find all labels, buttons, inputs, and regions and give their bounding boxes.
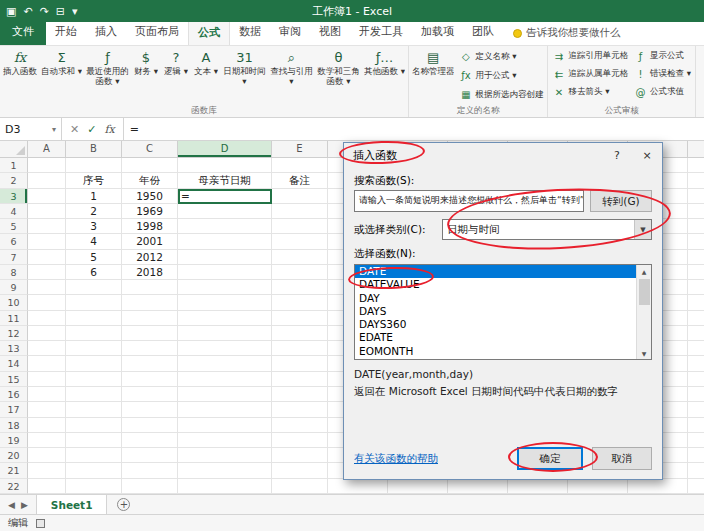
- ribbon-button-财务[interactable]: $财务 ▾: [131, 47, 161, 104]
- cell-B20[interactable]: [66, 448, 122, 463]
- cell-A18[interactable]: [28, 418, 66, 433]
- column-header-L[interactable]: L: [688, 141, 704, 157]
- cell-B6[interactable]: 4: [66, 234, 122, 249]
- cell-E14[interactable]: [272, 356, 328, 371]
- ribbon-button-逻辑[interactable]: ?逻辑 ▾: [161, 47, 191, 104]
- cell-E10[interactable]: [272, 295, 328, 310]
- function-item-EOMONTH[interactable]: EOMONTH: [355, 345, 636, 358]
- cell-E6[interactable]: [272, 234, 328, 249]
- ribbon-button-最近使用的函数[interactable]: ƒ最近使用的函数 ▾: [84, 47, 131, 104]
- name-box-dropdown-icon[interactable]: ▾: [52, 125, 56, 134]
- cell-L11[interactable]: [688, 311, 704, 326]
- ribbon-button-错误检查[interactable]: !错误检查 ▾: [631, 65, 694, 83]
- tab-加载项[interactable]: 加载项: [412, 20, 463, 45]
- scroll-down-icon[interactable]: ▼: [642, 347, 647, 359]
- cell-C9[interactable]: [122, 280, 178, 295]
- scroll-thumb[interactable]: [639, 279, 650, 305]
- cell-B22[interactable]: [66, 479, 122, 494]
- cell-A6[interactable]: [28, 234, 66, 249]
- cell-D15[interactable]: [178, 372, 272, 387]
- tab-数据[interactable]: 数据: [230, 20, 270, 45]
- ribbon-button-数学和三角函数[interactable]: θ数学和三角函数 ▾: [315, 47, 362, 104]
- column-header-D[interactable]: D: [178, 141, 272, 157]
- cell-D22[interactable]: [178, 479, 272, 494]
- cell-E12[interactable]: [272, 326, 328, 341]
- column-header-B[interactable]: B: [66, 141, 122, 157]
- sheet-nav-left-icon[interactable]: ◀: [8, 500, 15, 510]
- cell-B9[interactable]: [66, 280, 122, 295]
- cell-A22[interactable]: [28, 479, 66, 494]
- cell-B3[interactable]: 1: [66, 189, 122, 204]
- cell-C21[interactable]: [122, 463, 178, 478]
- cancel-entry-icon[interactable]: ✕: [70, 123, 79, 136]
- cell-L19[interactable]: [688, 433, 704, 448]
- ribbon-button-其他函数[interactable]: ƒ…其他函数 ▾: [362, 47, 407, 104]
- row-header-12[interactable]: 12: [0, 326, 28, 341]
- cell-B10[interactable]: [66, 295, 122, 310]
- row-header-10[interactable]: 10: [0, 295, 28, 310]
- cell-E16[interactable]: [272, 387, 328, 402]
- ribbon-button-自动求和[interactable]: Σ自动求和 ▾: [39, 47, 84, 104]
- tab-开始[interactable]: 开始: [46, 20, 86, 45]
- cell-A12[interactable]: [28, 326, 66, 341]
- row-header-19[interactable]: 19: [0, 433, 28, 448]
- cell-L4[interactable]: [688, 204, 704, 219]
- cell-L21[interactable]: [688, 463, 704, 478]
- cell-D19[interactable]: [178, 433, 272, 448]
- function-item-DATE[interactable]: DATE: [355, 265, 636, 278]
- ribbon-button-显示公式[interactable]: ƒ显示公式: [631, 47, 694, 65]
- row-header-16[interactable]: 16: [0, 387, 28, 402]
- go-button[interactable]: 转到(G): [590, 190, 652, 212]
- row-header-21[interactable]: 21: [0, 463, 28, 478]
- cell-E2[interactable]: 备注: [272, 173, 328, 188]
- cell-E9[interactable]: [272, 280, 328, 295]
- cell-A9[interactable]: [28, 280, 66, 295]
- cell-A17[interactable]: [28, 402, 66, 417]
- ok-button[interactable]: 确定: [517, 447, 583, 470]
- cell-B13[interactable]: [66, 341, 122, 356]
- confirm-entry-icon[interactable]: ✓: [87, 123, 96, 136]
- select-all-corner[interactable]: [0, 141, 28, 157]
- dialog-close-button[interactable]: ×: [632, 143, 662, 167]
- cell-C18[interactable]: [122, 418, 178, 433]
- cell-C20[interactable]: [122, 448, 178, 463]
- customize-qat-icon[interactable]: ▾: [72, 5, 78, 18]
- sheet-tab-Sheet1[interactable]: Sheet1: [36, 495, 108, 514]
- cell-L3[interactable]: [688, 189, 704, 204]
- ribbon-button-定义名称[interactable]: ◇定义名称 ▾: [456, 48, 546, 66]
- cell-B12[interactable]: [66, 326, 122, 341]
- cell-B4[interactable]: 2: [66, 204, 122, 219]
- cell-D21[interactable]: [178, 463, 272, 478]
- cell-A2[interactable]: [28, 173, 66, 188]
- cell-C12[interactable]: [122, 326, 178, 341]
- cell-L17[interactable]: [688, 402, 704, 417]
- column-header-E[interactable]: E: [272, 141, 328, 157]
- cell-D14[interactable]: [178, 356, 272, 371]
- cell-B15[interactable]: [66, 372, 122, 387]
- cell-E11[interactable]: [272, 311, 328, 326]
- function-item-DAYS360[interactable]: DAYS360: [355, 318, 636, 331]
- category-dropdown[interactable]: 日期与时间 ▼: [442, 219, 652, 240]
- function-item-DATEVALUE[interactable]: DATEVALUE: [355, 278, 636, 291]
- cell-D2[interactable]: 母亲节日期: [178, 173, 272, 188]
- name-box[interactable]: D3 ▾: [0, 118, 62, 140]
- column-header-C[interactable]: C: [122, 141, 178, 157]
- ribbon-button-名称管理器[interactable]: ▤名称管理器: [410, 47, 457, 104]
- tab-文件[interactable]: 文件: [0, 20, 46, 45]
- cell-C8[interactable]: 2018: [122, 265, 178, 280]
- cell-D20[interactable]: [178, 448, 272, 463]
- cell-C2[interactable]: 年份: [122, 173, 178, 188]
- cell-L8[interactable]: [688, 265, 704, 280]
- cell-E8[interactable]: [272, 265, 328, 280]
- cell-L18[interactable]: [688, 418, 704, 433]
- function-item-EDATE[interactable]: EDATE: [355, 331, 636, 344]
- tab-审阅[interactable]: 审阅: [270, 20, 310, 45]
- cell-L6[interactable]: [688, 234, 704, 249]
- cell-A21[interactable]: [28, 463, 66, 478]
- cell-L1[interactable]: [688, 158, 704, 173]
- cell-B16[interactable]: [66, 387, 122, 402]
- cell-A11[interactable]: [28, 311, 66, 326]
- cell-E3[interactable]: [272, 189, 328, 204]
- cell-D3[interactable]: =: [178, 189, 272, 204]
- ribbon-button-文本[interactable]: A文本 ▾: [191, 47, 221, 104]
